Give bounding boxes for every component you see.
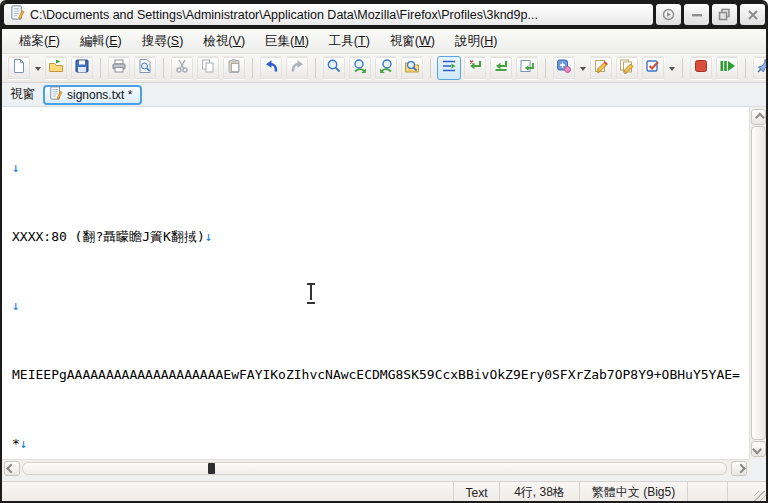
- pushpin-icon: [756, 58, 766, 78]
- chevron-down-icon: [752, 444, 762, 454]
- find-button[interactable]: [322, 56, 346, 80]
- record-macro-icon: [593, 58, 609, 78]
- newline-marker: ↓: [20, 436, 28, 451]
- chevron-up-icon: [755, 112, 765, 122]
- scroll-left-button[interactable]: [4, 461, 20, 476]
- notepad-pencil-icon: [49, 86, 63, 104]
- print-preview-button[interactable]: [133, 56, 157, 80]
- restore-button[interactable]: [712, 4, 737, 25]
- find-previous-button[interactable]: [374, 56, 398, 80]
- status-mode: Text: [454, 482, 500, 503]
- restore-icon: [718, 8, 731, 21]
- open-file-button[interactable]: [44, 56, 68, 80]
- newline-marker: ↓: [12, 298, 20, 313]
- no-wrap-button[interactable]: [437, 56, 461, 80]
- new-file-dropdown[interactable]: [33, 56, 42, 80]
- horizontal-scrollbar[interactable]: [2, 459, 749, 477]
- window-panel-label: 視窗: [10, 86, 35, 103]
- text-cursor-ibeam: [307, 283, 316, 300]
- close-icon: [747, 9, 759, 21]
- macro-checkbox-icon: [645, 58, 661, 78]
- menubar: 檔案(F) 編輯(E) 搜尋(S) 檢視(V) 巨集(M) 工具(T) 視窗(W…: [2, 29, 766, 54]
- newline-marker: ↓: [12, 160, 20, 175]
- menu-view[interactable]: 檢視(V): [194, 30, 254, 53]
- tab-signons-txt[interactable]: signons.txt *: [43, 85, 142, 105]
- editor-line: *↓: [12, 432, 749, 455]
- titlebar: C:\Documents and Settings\Administrator\…: [2, 2, 766, 29]
- macro-options-button[interactable]: [641, 56, 665, 80]
- scroll-down-button[interactable]: [751, 441, 766, 457]
- wrap-by-column-button[interactable]: [489, 56, 513, 80]
- madedit-window: C:\Documents and Settings\Administrator\…: [0, 0, 768, 503]
- record-macro-button[interactable]: [589, 56, 613, 80]
- close-button[interactable]: [740, 4, 765, 25]
- undo-button[interactable]: [259, 56, 283, 80]
- menu-window[interactable]: 視窗(W): [381, 30, 444, 53]
- no-wrap-icon: [441, 58, 457, 78]
- search-next-icon: [352, 58, 368, 78]
- newline-marker: ↓: [205, 229, 213, 244]
- menu-help[interactable]: 說明(H): [446, 30, 506, 53]
- window-title: C:\Documents and Settings\Administrator\…: [30, 8, 538, 22]
- encoding-dropdown[interactable]: [578, 56, 587, 80]
- wrap-reformat-button[interactable]: [515, 56, 539, 80]
- always-on-top-button[interactable]: [752, 56, 766, 80]
- save-file-button[interactable]: [70, 56, 94, 80]
- wrap-by-column-icon: [493, 58, 509, 78]
- menu-macro[interactable]: 巨集(M): [256, 30, 318, 53]
- scissors-icon: [174, 58, 190, 78]
- search-icon: [326, 58, 342, 78]
- encoding-button[interactable]: [552, 56, 576, 80]
- resize-grip[interactable]: [750, 482, 766, 503]
- tabbar: 視窗 signons.txt *: [2, 83, 766, 106]
- menu-file[interactable]: 檔案(F): [10, 30, 69, 53]
- wrap-by-window-button[interactable]: [463, 56, 487, 80]
- redo-button[interactable]: [285, 56, 309, 80]
- menu-edit[interactable]: 編輯(E): [71, 30, 131, 53]
- find-in-files-button[interactable]: [400, 56, 424, 80]
- titlebar-caption[interactable]: C:\Documents and Settings\Administrator\…: [4, 4, 653, 25]
- stop-macro-button[interactable]: [689, 56, 713, 80]
- scroll-right-button[interactable]: [731, 461, 747, 476]
- chevron-left-icon: [6, 464, 16, 474]
- status-message-cell: [2, 482, 454, 503]
- paste-icon: [226, 58, 242, 78]
- editor-line: MEIEEPgAAAAAAAAAAAAAAAAAAAAEwFAYIKoZIhvc…: [12, 363, 749, 386]
- minimize-icon: [691, 9, 703, 21]
- statusbar: Text 4行, 38格 繁體中文 (Big5): [2, 481, 766, 503]
- menu-tools[interactable]: 工具(T): [320, 30, 379, 53]
- save-floppy-icon: [74, 58, 90, 78]
- run-macro-button[interactable]: [715, 56, 739, 80]
- printer-icon: [111, 58, 127, 78]
- minimize-button[interactable]: [684, 4, 709, 25]
- playback-macro-button[interactable]: [615, 56, 639, 80]
- cut-button[interactable]: [170, 56, 194, 80]
- chevron-right-icon: [735, 464, 745, 474]
- wrap-reformat-icon: [519, 58, 535, 78]
- playback-macro-icon: [619, 58, 635, 78]
- resize-grip-icon: [754, 491, 766, 503]
- scroll-up-button[interactable]: [751, 109, 766, 125]
- vertical-scroll-thumb[interactable]: [751, 126, 766, 440]
- print-button[interactable]: [107, 56, 131, 80]
- search-previous-icon: [378, 58, 394, 78]
- stop-icon: [693, 58, 709, 78]
- editor-line: XXXX:80 (翻?聶矇瞻J簀K翻掝)↓: [12, 225, 749, 248]
- macro-options-dropdown[interactable]: [667, 56, 676, 80]
- editor-pane: ↓ XXXX:80 (翻?聶矇瞻J簀K翻掝)↓ ↓ MEIEEPgAAAAAAA…: [2, 106, 766, 459]
- find-next-button[interactable]: [348, 56, 372, 80]
- options-button[interactable]: [656, 4, 681, 25]
- paste-button[interactable]: [222, 56, 246, 80]
- menu-search[interactable]: 搜尋(S): [133, 30, 193, 53]
- copy-button[interactable]: [196, 56, 220, 80]
- new-file-button[interactable]: [7, 56, 31, 80]
- notepad-pencil-icon: [10, 5, 25, 24]
- horizontal-scroll-track[interactable]: [22, 462, 727, 475]
- toolbar: 工具: [2, 54, 766, 83]
- tab-title: signons.txt *: [67, 88, 132, 102]
- text-area[interactable]: ↓ XXXX:80 (翻?聶矇瞻J簀K翻掝)↓ ↓ MEIEEPgAAAAAAA…: [2, 107, 749, 459]
- status-encoding: 繁體中文 (Big5): [580, 482, 688, 503]
- horizontal-scroll-thumb[interactable]: [208, 463, 215, 474]
- vertical-scrollbar[interactable]: [749, 107, 766, 459]
- redo-icon: [289, 58, 306, 78]
